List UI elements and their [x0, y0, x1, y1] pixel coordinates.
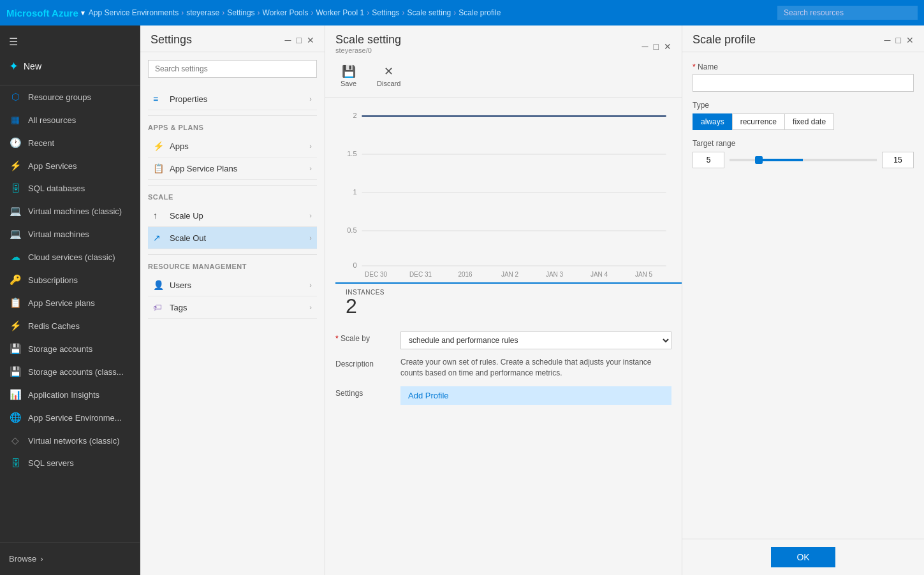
scale-by-select[interactable]: schedule and performance rules a specifi…	[400, 331, 671, 349]
sidebar-item-application-insights[interactable]: 📊 Application Insights	[0, 383, 140, 406]
scale-setting-controls: ─ □ ✕	[642, 41, 671, 52]
scale-profile-panel-header: Scale profile ─ □ ✕	[682, 25, 924, 52]
settings-item-users[interactable]: 👤 Users ›	[148, 274, 317, 296]
browse-button[interactable]: Browse ›	[0, 548, 140, 570]
type-section: Type always recurrence fixed date	[693, 101, 914, 130]
sidebar: ☰ ✦ New ⬡ Resource groups ▦ All resource…	[0, 25, 140, 575]
type-buttons: always recurrence fixed date	[693, 113, 914, 130]
svg-text:JAN 5: JAN 5	[635, 271, 653, 278]
breadcrumb-scale-setting[interactable]: Scale setting	[407, 8, 451, 17]
search-settings-input[interactable]	[148, 60, 317, 78]
sidebar-item-resource-groups[interactable]: ⬡ Resource groups	[0, 85, 140, 108]
breadcrumb-settings-2[interactable]: Settings	[372, 8, 399, 17]
azure-logo[interactable]: Microsoft Azure ▾	[6, 8, 85, 18]
breadcrumb-scale-profile[interactable]: Scale profile	[458, 8, 501, 17]
scale-out-icon: ↗	[153, 233, 165, 243]
save-button[interactable]: 💾 Save	[335, 62, 362, 90]
svg-text:0.5: 0.5	[347, 226, 356, 234]
profile-footer: OK	[682, 539, 924, 575]
breadcrumb-settings-1[interactable]: Settings	[227, 8, 254, 17]
sidebar-item-app-service-plans[interactable]: 📋 App Service plans	[0, 291, 140, 314]
sidebar-item-sql-servers[interactable]: 🗄 SQL servers	[0, 452, 140, 474]
scale-profile-panel: Scale profile ─ □ ✕ * Name Type always	[682, 25, 924, 575]
type-always-button[interactable]: always	[693, 113, 732, 130]
ok-button[interactable]: OK	[771, 547, 835, 567]
close-icon[interactable]: ✕	[664, 41, 671, 52]
new-button[interactable]: ✦ New	[0, 53, 140, 80]
name-field-label: * Name	[693, 62, 914, 71]
app-services-icon: ⚡	[9, 160, 22, 171]
sidebar-item-virtual-machines-classic[interactable]: 💻 Virtual machines (classic)	[0, 200, 140, 222]
sidebar-item-subscriptions[interactable]: 🔑 Subscriptions	[0, 268, 140, 291]
apps-plans-section-label: APPS & PLANS	[148, 124, 317, 131]
breadcrumb-app-service-environments[interactable]: App Service Environments	[89, 8, 179, 17]
apps-icon: ⚡	[153, 141, 165, 151]
type-recurrence-button[interactable]: recurrence	[732, 113, 784, 130]
settings-item-properties[interactable]: ≡ Properties ›	[148, 88, 317, 110]
top-bar: Microsoft Azure ▾ App Service Environmen…	[0, 0, 924, 25]
range-min-input[interactable]	[693, 152, 724, 168]
settings-item-apps[interactable]: ⚡ Apps ›	[148, 135, 317, 157]
maximize-icon[interactable]: □	[896, 35, 901, 45]
sidebar-item-all-resources[interactable]: ▦ All resources	[0, 108, 140, 131]
target-range-label: Target range	[693, 139, 914, 148]
type-label: Type	[693, 101, 914, 110]
minimize-icon[interactable]: ─	[884, 35, 891, 45]
close-icon[interactable]: ✕	[307, 35, 314, 45]
breadcrumb-worker-pools[interactable]: Worker Pools	[263, 8, 309, 17]
all-resources-icon: ▦	[9, 114, 22, 126]
sidebar-item-storage-accounts[interactable]: 💾 Storage accounts	[0, 337, 140, 360]
chevron-right-icon: ›	[309, 164, 312, 172]
subscriptions-icon: 🔑	[9, 274, 22, 286]
panels: Settings ─ □ ✕ ≡ Properties ›	[140, 25, 924, 575]
svg-text:2: 2	[353, 112, 356, 119]
close-icon[interactable]: ✕	[906, 35, 914, 45]
range-max-input[interactable]	[882, 152, 914, 168]
hamburger-menu[interactable]: ☰	[0, 31, 140, 53]
sidebar-item-virtual-machines[interactable]: 💻 Virtual machines	[0, 222, 140, 245]
sidebar-item-app-services[interactable]: ⚡ App Services	[0, 154, 140, 177]
settings-item-tags[interactable]: 🏷 Tags ›	[148, 296, 317, 319]
minimize-icon[interactable]: ─	[642, 41, 649, 52]
sidebar-item-storage-accounts-classic[interactable]: 💾 Storage accounts (class...	[0, 360, 140, 383]
sidebar-item-cloud-services[interactable]: ☁ Cloud services (classic)	[0, 245, 140, 268]
add-profile-button[interactable]: Add Profile	[400, 386, 671, 405]
settings-item-scale-up[interactable]: ↑ Scale Up ›	[148, 205, 317, 227]
storage-icon: 💾	[9, 343, 22, 354]
scale-setting-panel: Scale setting steyerase/0 ─ □ ✕ 💾 Save	[325, 25, 682, 575]
discard-button[interactable]: ✕ Discard	[372, 62, 406, 90]
scale-setting-subtitle: steyerase/0	[335, 47, 401, 54]
sql-databases-icon: 🗄	[9, 183, 22, 194]
range-thumb[interactable]	[755, 156, 763, 164]
add-profile-value: Add Profile	[400, 386, 671, 405]
resource-management-section-label: RESOURCE MANAGEMENT	[148, 263, 317, 270]
settings-item-scale-out[interactable]: ↗ Scale Out ›	[148, 227, 317, 249]
breadcrumb-worker-pool-1[interactable]: Worker Pool 1	[316, 8, 364, 17]
chevron-right-icon: ›	[309, 303, 312, 311]
svg-text:2016: 2016	[458, 271, 473, 278]
tags-icon: 🏷	[153, 302, 165, 312]
sidebar-item-app-service-environments[interactable]: 🌐 App Service Environme...	[0, 406, 140, 429]
scale-by-label: * Scale by	[335, 331, 393, 343]
settings-item-app-service-plans[interactable]: 📋 App Service Plans ›	[148, 157, 317, 180]
target-range-section: Target range	[693, 139, 914, 168]
sidebar-item-virtual-networks-classic[interactable]: ◇ Virtual networks (classic)	[0, 429, 140, 452]
svg-text:DEC 31: DEC 31	[409, 271, 432, 278]
storage-classic-icon: 💾	[9, 366, 22, 377]
logo-chevron[interactable]: ▾	[81, 9, 85, 17]
type-fixed-date-button[interactable]: fixed date	[784, 113, 834, 130]
range-slider[interactable]	[730, 154, 877, 166]
maximize-icon[interactable]: □	[297, 35, 302, 45]
sidebar-item-sql-databases[interactable]: 🗄 SQL databases	[0, 177, 140, 200]
redis-icon: ⚡	[9, 320, 22, 331]
settings-panel-title: Settings	[150, 33, 192, 47]
sidebar-item-recent[interactable]: 🕐 Recent	[0, 131, 140, 154]
chevron-right-icon: ›	[309, 95, 312, 103]
sidebar-item-redis-caches[interactable]: ⚡ Redis Caches	[0, 314, 140, 337]
search-resources-input[interactable]	[777, 6, 918, 20]
profile-name-input[interactable]	[693, 74, 914, 92]
breadcrumb-steyerase[interactable]: steyerase	[186, 8, 219, 17]
minimize-icon[interactable]: ─	[285, 35, 291, 45]
sql-servers-icon: 🗄	[9, 458, 22, 469]
maximize-icon[interactable]: □	[654, 41, 659, 52]
